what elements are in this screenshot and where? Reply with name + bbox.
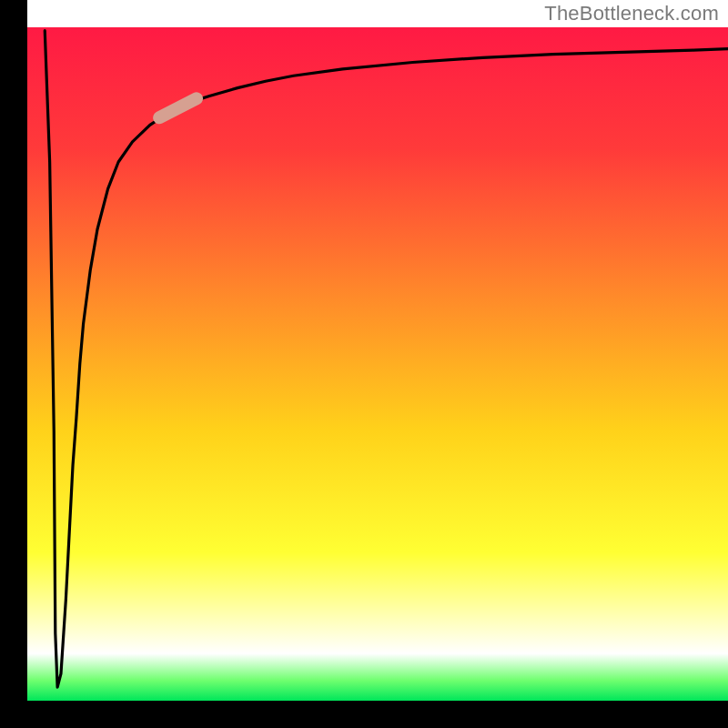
watermark-label: TheBottleneck.com [544, 2, 719, 25]
chart-background-gradient [27, 27, 728, 701]
chart-svg [0, 0, 728, 728]
y-axis-border [0, 0, 27, 728]
x-axis-border [0, 701, 728, 728]
chart-container: TheBottleneck.com [0, 0, 728, 728]
